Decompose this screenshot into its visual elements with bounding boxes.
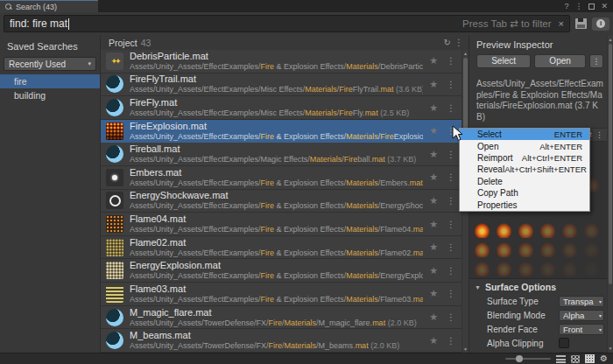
slider-knob[interactable]	[516, 355, 523, 362]
result-row-text: Flame02.matAssets/Unity_Assets/EffectExa…	[130, 237, 423, 258]
tab-search[interactable]: Search (43)	[0, 0, 98, 12]
favorite-star-icon[interactable]: ★	[429, 125, 438, 136]
result-row[interactable]: FireExplosion.matAssets/Unity_Assets/Eff…	[101, 120, 462, 144]
context-menu-item[interactable]: SelectENTER	[460, 129, 589, 140]
favorite-star-icon[interactable]: ★	[429, 55, 438, 66]
row-kebab-icon[interactable]: ⋮	[444, 172, 458, 182]
open-button[interactable]: Open	[534, 54, 586, 68]
result-row-text: Fireball.matAssets/Unity_Assets/EffectEx…	[130, 144, 423, 164]
result-row[interactable]: EnergyExplosion.matAssets/Unity_Assets/E…	[101, 259, 462, 283]
asset-name: FireFly.mat	[130, 97, 423, 108]
select-button[interactable]: Select	[476, 54, 531, 68]
context-menu-item[interactable]: ReimportAlt+Ctrl+ENTER	[460, 152, 589, 164]
grid-view-icon[interactable]	[571, 355, 580, 363]
result-row[interactable]: ✦✦DebrisParticle.matAssets/Unity_Assets/…	[101, 50, 462, 74]
result-row[interactable]: M_magic_flare.matAssets/Unity_Assets/Tow…	[101, 306, 462, 330]
favorite-star-icon[interactable]: ★	[429, 288, 438, 299]
result-row[interactable]: Flame02.matAssets/Unity_Assets/EffectExa…	[101, 236, 462, 260]
row-kebab-icon[interactable]: ⋮	[444, 56, 458, 66]
scroll-down-icon[interactable]: ▼	[608, 346, 613, 351]
row-kebab-icon[interactable]: ⋮	[444, 220, 458, 229]
help-icon[interactable]: ?	[564, 2, 568, 10]
favorite-star-icon[interactable]: ★	[429, 102, 438, 114]
row-kebab-icon[interactable]: ⋮	[444, 150, 458, 159]
asset-name: Flame02.mat	[130, 237, 423, 248]
favorite-star-icon[interactable]: ★	[429, 195, 438, 206]
result-row-text: Flame04.matAssets/Unity_Assets/EffectExa…	[130, 214, 423, 234]
clear-search-icon[interactable]: ×	[559, 18, 564, 29]
result-row[interactable]: FireFly.matAssets/Unity_Assets/EffectExa…	[101, 96, 462, 120]
result-row[interactable]: Flame04.matAssets/Unity_Assets/EffectExa…	[101, 213, 462, 236]
saved-search-item[interactable]: fire	[0, 74, 100, 88]
chevron-down-icon: ▾	[599, 326, 602, 332]
result-row-text: FireExplosion.matAssets/Unity_Assets/Eff…	[130, 121, 423, 142]
context-menu-item[interactable]: Properties	[460, 199, 589, 210]
context-menu-item[interactable]: Delete	[460, 176, 589, 187]
asset-name: EnergyExplosion.mat	[130, 260, 423, 270]
option-dropdown[interactable]: Front▾	[559, 324, 604, 335]
flame-sprite	[581, 220, 602, 238]
option-dropdown[interactable]: Alpha▾	[559, 310, 604, 321]
material-thumbnail-icon	[106, 332, 123, 349]
favorite-star-icon[interactable]: ★	[429, 79, 438, 90]
favorite-star-icon[interactable]: ★	[429, 172, 438, 183]
kebab-icon[interactable]: ⋮	[595, 130, 603, 139]
favorite-star-icon[interactable]: ★	[429, 242, 438, 253]
kebab-icon[interactable]: ⋮	[574, 2, 582, 10]
favorite-star-icon[interactable]: ★	[429, 312, 438, 323]
result-row[interactable]: Fireball.matAssets/Unity_Assets/EffectEx…	[101, 143, 462, 166]
context-menu-item[interactable]: RevealAlt+Ctrl+Shift+ENTER	[460, 164, 589, 175]
row-kebab-icon[interactable]: ⋮	[444, 312, 458, 322]
results-kebab-icon[interactable]: ⋮	[454, 38, 463, 47]
result-row[interactable]: M_beams.matAssets/Unity_Assets/TowerDefe…	[101, 329, 462, 353]
result-row-text: EnergyExplosion.matAssets/Unity_Assets/E…	[130, 260, 423, 281]
row-kebab-icon[interactable]: ⋮	[444, 289, 458, 298]
saved-searches-sort-dropdown[interactable]: Recently Used ▾	[4, 57, 96, 71]
option-dropdown[interactable]: Multiply▾	[559, 352, 604, 354]
close-icon[interactable]: ✕	[601, 2, 608, 10]
surface-options-section: ▼ Surface Options Surface TypeTranspa▾Bl…	[469, 278, 607, 353]
flame-sprite	[515, 259, 537, 276]
flame-sprite	[515, 240, 537, 257]
context-menu-item[interactable]: OpenAlt+ENTER	[460, 140, 589, 151]
favorite-star-icon[interactable]: ★	[429, 219, 438, 230]
result-row[interactable]: Flame03.matAssets/Unity_Assets/EffectExa…	[101, 283, 462, 306]
scrollbar-thumb[interactable]	[609, 44, 612, 284]
option-checkbox[interactable]	[559, 338, 569, 348]
foldout-icon[interactable]: ▼	[475, 284, 481, 290]
favorite-star-icon[interactable]: ★	[429, 335, 438, 346]
row-kebab-icon[interactable]: ⋮	[444, 336, 458, 346]
scroll-up-icon[interactable]: ▲	[462, 51, 469, 56]
context-menu-item[interactable]: Copy Path	[460, 187, 589, 199]
saved-search-item[interactable]: building	[0, 88, 100, 102]
list-view-icon[interactable]	[556, 355, 566, 363]
result-row[interactable]: FireFlyTrail.matAssets/Unity_Assets/Effe…	[101, 74, 462, 97]
favorite-star-icon[interactable]: ★	[429, 265, 438, 276]
gear-icon[interactable]: ⚙	[600, 354, 608, 363]
result-row[interactable]: EnergyShockwave.matAssets/Unity_Assets/E…	[101, 190, 462, 214]
item-size-slider[interactable]	[505, 358, 551, 360]
refresh-icon[interactable]: ↻	[444, 38, 451, 47]
info-button[interactable]: i	[592, 18, 609, 31]
option-label: Blending Mode	[487, 311, 559, 320]
row-kebab-icon[interactable]: ⋮	[444, 80, 458, 89]
search-input[interactable]: find: fire mat Press Tab ⇄ to filter ×	[4, 15, 570, 32]
row-kebab-icon[interactable]: ⋮	[444, 103, 458, 113]
row-kebab-icon[interactable]: ⋮	[444, 196, 458, 206]
maximize-icon[interactable]	[588, 4, 595, 10]
row-kebab-icon[interactable]: ⋮	[444, 242, 458, 252]
material-thumbnail-icon	[106, 75, 123, 93]
favorite-star-icon[interactable]: ★	[429, 149, 438, 160]
flame-sprite	[559, 220, 581, 238]
scroll-down-icon[interactable]: ▼	[462, 346, 469, 352]
row-kebab-icon[interactable]: ⋮	[444, 266, 458, 276]
inspector-scrollbar[interactable]: ▲ ▼	[607, 35, 613, 353]
option-dropdown[interactable]: Transpa▾	[559, 296, 604, 307]
saved-searches-sort-value: Recently Used	[9, 60, 66, 69]
inspector-kebab-icon[interactable]: ⋮	[589, 54, 603, 68]
result-row[interactable]: Embers.matAssets/Unity_Assets/EffectExam…	[101, 166, 462, 190]
table-view-icon[interactable]	[585, 354, 595, 363]
scroll-up-icon[interactable]: ▲	[608, 37, 613, 42]
search-icon	[5, 4, 12, 10]
save-search-icon[interactable]	[575, 18, 587, 29]
